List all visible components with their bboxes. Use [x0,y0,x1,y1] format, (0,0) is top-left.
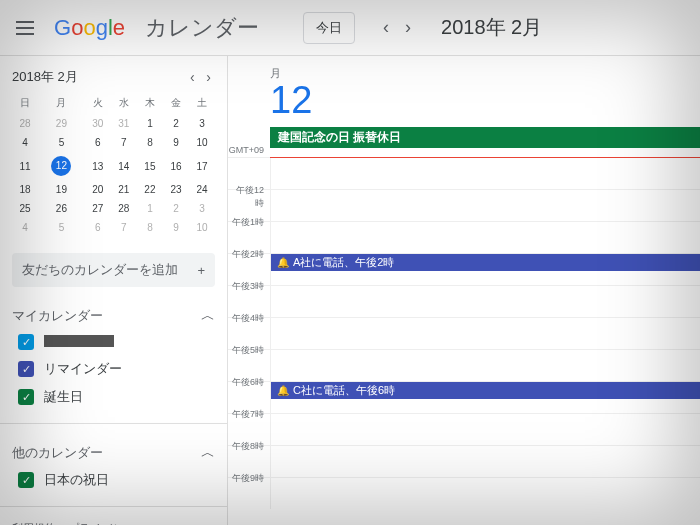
mini-cal-day[interactable]: 31 [111,114,137,133]
chevron-up-icon: ︿ [201,307,215,325]
day-number: 12 [270,81,700,119]
hour-label: 午後9時 [228,472,270,503]
mini-cal-day[interactable]: 22 [137,180,163,199]
mini-cal-day[interactable]: 24 [189,180,215,199]
month-label: 2018年 2月 [441,14,542,41]
calendar-item[interactable]: ✓日本の祝日 [12,466,215,494]
mini-cal-day[interactable]: 29 [38,114,85,133]
google-logo: Google [54,15,125,41]
plus-icon[interactable]: + [197,263,205,278]
calendar-event[interactable]: 🔔A社に電話、午後2時 [271,254,700,271]
mini-cal-day[interactable]: 12 [38,152,85,180]
footer-links[interactable]: 利用規約 – プライバシー [12,521,215,525]
mini-cal-day[interactable]: 1 [137,199,163,218]
next-icon[interactable]: › [401,13,415,42]
hour-cell[interactable] [270,286,700,317]
mini-cal-day[interactable]: 8 [137,218,163,237]
mini-cal-day[interactable]: 26 [38,199,85,218]
mini-cal-day[interactable]: 7 [111,218,137,237]
hour-cell[interactable] [270,222,700,253]
mini-cal-day[interactable]: 6 [85,133,111,152]
other-calendars-header[interactable]: 他のカレンダー ︿ [12,440,215,466]
mini-calendar[interactable]: 日月火水木金土 28293031123456789101112131415161… [12,92,215,237]
mini-cal-day[interactable]: 9 [163,218,189,237]
calendar-label: リマインダー [44,360,122,378]
mini-cal-day[interactable]: 6 [85,218,111,237]
mini-cal-day[interactable]: 5 [38,133,85,152]
hour-cell[interactable] [270,158,700,189]
day-of-week: 月 [270,66,700,81]
hour-label [228,152,270,183]
mini-cal-day[interactable]: 28 [111,199,137,218]
mini-cal-day[interactable]: 17 [189,152,215,180]
mini-cal-day[interactable]: 14 [111,152,137,180]
mini-cal-day[interactable]: 4 [12,133,38,152]
hour-label: 午後7時 [228,408,270,439]
sidebar: 2018年 2月 ‹ › 日月火水木金土 2829303112345678910… [0,56,228,525]
mini-cal-title: 2018年 2月 [12,68,78,86]
bell-icon: 🔔 [277,257,289,268]
calendar-item[interactable]: ✓リマインダー [12,355,215,383]
chevron-up-icon: ︿ [201,444,215,462]
app-header: Google カレンダー 今日 ‹ › 2018年 2月 [0,0,700,56]
calendar-event[interactable]: 🔔C社に電話、午後6時 [271,382,700,399]
mini-cal-day[interactable]: 10 [189,133,215,152]
mini-cal-day[interactable]: 4 [12,218,38,237]
prev-icon[interactable]: ‹ [379,13,393,42]
nav-arrows: ‹ › [379,13,415,42]
add-friend-calendar[interactable]: 友だちのカレンダーを追加 + [12,253,215,287]
hour-cell[interactable] [270,446,700,477]
allday-event[interactable]: 建国記念の日 振替休日 [270,127,700,148]
hour-label: 午後8時 [228,440,270,471]
hour-cell[interactable] [270,350,700,381]
mini-cal-day[interactable]: 9 [163,133,189,152]
my-calendars-header[interactable]: マイカレンダー ︿ [12,303,215,329]
mini-cal-day[interactable]: 20 [85,180,111,199]
hour-cell[interactable] [270,478,700,509]
mini-cal-day[interactable]: 21 [111,180,137,199]
today-button[interactable]: 今日 [303,12,355,44]
mini-cal-day[interactable]: 7 [111,133,137,152]
menu-icon[interactable] [16,16,40,40]
calendar-item[interactable]: ✓誕生日 [12,383,215,411]
hour-label: 午後4時 [228,312,270,343]
checkbox-icon[interactable]: ✓ [18,361,34,377]
calendar-item[interactable]: ✓ [12,329,215,355]
mini-cal-day[interactable]: 16 [163,152,189,180]
hour-label: 午後5時 [228,344,270,375]
calendar-label: 誕生日 [44,388,83,406]
checkbox-icon[interactable]: ✓ [18,472,34,488]
mini-cal-day[interactable]: 3 [189,114,215,133]
hour-label: 午後6時 [228,376,270,407]
calendar-label [44,335,114,350]
mini-cal-day[interactable]: 5 [38,218,85,237]
calendar-label: 日本の祝日 [44,471,109,489]
mini-cal-day[interactable]: 8 [137,133,163,152]
hour-cell[interactable] [270,318,700,349]
hour-label: 午後12時 [228,184,270,215]
timezone-label: GMT+09 [228,127,270,155]
hour-cell[interactable]: 🔔A社に電話、午後2時 [270,254,700,285]
mini-cal-day[interactable]: 23 [163,180,189,199]
mini-cal-day[interactable]: 30 [85,114,111,133]
mini-cal-day[interactable]: 27 [85,199,111,218]
mini-cal-day[interactable]: 19 [38,180,85,199]
mini-cal-day[interactable]: 11 [12,152,38,180]
mini-cal-day[interactable]: 18 [12,180,38,199]
mini-cal-day[interactable]: 28 [12,114,38,133]
hour-cell[interactable]: 🔔C社に電話、午後6時 [270,382,700,413]
mini-cal-day[interactable]: 2 [163,114,189,133]
mini-cal-day[interactable]: 15 [137,152,163,180]
hour-cell[interactable] [270,190,700,221]
mini-prev-icon[interactable]: ‹ [186,67,199,87]
hour-cell[interactable] [270,414,700,445]
mini-cal-day[interactable]: 2 [163,199,189,218]
mini-cal-day[interactable]: 10 [189,218,215,237]
mini-cal-day[interactable]: 3 [189,199,215,218]
checkbox-icon[interactable]: ✓ [18,389,34,405]
checkbox-icon[interactable]: ✓ [18,334,34,350]
mini-cal-day[interactable]: 1 [137,114,163,133]
mini-cal-day[interactable]: 13 [85,152,111,180]
mini-next-icon[interactable]: › [202,67,215,87]
mini-cal-day[interactable]: 25 [12,199,38,218]
